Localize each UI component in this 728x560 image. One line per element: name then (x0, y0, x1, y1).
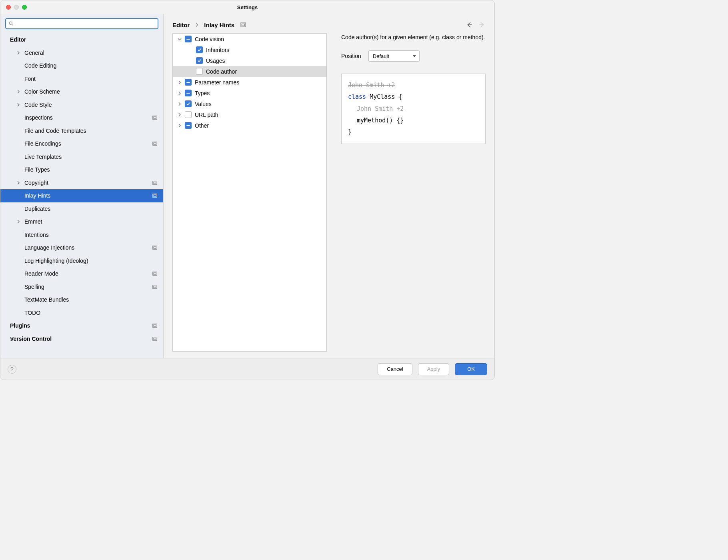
tree-item-code-vision[interactable]: Code vision (173, 34, 326, 44)
nav-item[interactable]: Intentions (0, 228, 163, 242)
project-scope-icon (152, 180, 158, 186)
chevron-right-icon (16, 51, 20, 55)
checkbox-checked[interactable] (185, 100, 192, 107)
back-button[interactable] (466, 21, 473, 28)
svg-rect-3 (154, 117, 156, 118)
code-preview: John Smith +2 class MyClass { John Smith… (341, 74, 486, 144)
chevron-right-icon (16, 181, 20, 185)
breadcrumb-inlay-hints: Inlay Hints (204, 22, 234, 28)
dialog-footer: ? Cancel Apply OK (0, 358, 494, 380)
cancel-button[interactable]: Cancel (378, 363, 412, 375)
chevron-right-icon (16, 103, 20, 107)
nav-item[interactable]: File and Code Templates (0, 124, 163, 138)
nav-item[interactable]: Code Style (0, 98, 163, 112)
tree-item-parameter-names[interactable]: Parameter names (173, 77, 326, 88)
chevron-right-icon[interactable] (178, 124, 182, 128)
nav-item[interactable]: Code Editing (0, 59, 163, 72)
settings-nav: Editor GeneralCode EditingFontColor Sche… (0, 33, 163, 358)
project-scope-icon (152, 115, 158, 120)
checkbox-unchecked[interactable] (185, 111, 192, 118)
svg-rect-16 (153, 324, 157, 328)
breadcrumb-editor[interactable]: Editor (172, 22, 190, 28)
svg-line-1 (12, 24, 13, 26)
chevron-right-icon[interactable] (178, 91, 182, 95)
svg-rect-7 (154, 182, 156, 184)
tree-item-types[interactable]: Types (173, 88, 326, 98)
nav-item[interactable]: TextMate Bundles (0, 293, 163, 306)
project-scope-icon (152, 193, 158, 198)
nav-item[interactable]: Live Templates (0, 150, 163, 164)
checkbox-checked[interactable] (196, 46, 203, 53)
forward-button (478, 21, 486, 28)
settings-sidebar: Editor GeneralCode EditingFontColor Sche… (0, 14, 164, 358)
checkbox-checked[interactable] (196, 57, 203, 64)
nav-section-editor[interactable]: Editor (0, 33, 163, 46)
ok-button[interactable]: OK (455, 363, 487, 375)
project-scope-icon (152, 141, 158, 146)
project-scope-icon (152, 284, 158, 290)
svg-rect-20 (241, 23, 246, 27)
nav-item[interactable]: Reader Mode (0, 267, 163, 280)
svg-rect-5 (154, 143, 156, 144)
svg-rect-19 (154, 338, 156, 340)
tree-item-inheritors[interactable]: Inheritors (173, 44, 326, 55)
search-input[interactable] (5, 18, 158, 29)
svg-rect-10 (153, 246, 157, 250)
nav-item[interactable]: Log Highlighting (Ideolog) (0, 254, 163, 268)
tree-item-usages[interactable]: Usages (173, 55, 326, 66)
nav-item[interactable]: General (0, 46, 163, 60)
checkbox-indeterminate[interactable] (185, 36, 192, 42)
chevron-right-icon (9, 337, 13, 341)
chevron-right-icon[interactable] (178, 113, 182, 117)
breadcrumb: Editor Inlay Hints (164, 14, 494, 33)
svg-rect-9 (154, 195, 156, 196)
nav-section-version-control[interactable]: Version Control (0, 332, 163, 346)
checkbox-indeterminate[interactable] (185, 79, 192, 86)
nav-item[interactable]: TODO (0, 306, 163, 320)
preview-author-hint: John Smith +2 (348, 80, 479, 91)
window-title: Settings (0, 4, 494, 10)
nav-section-plugins[interactable]: Plugins (0, 319, 163, 332)
checkbox-indeterminate[interactable] (185, 122, 192, 129)
project-scope-icon (152, 323, 158, 328)
nav-item[interactable]: Inspections (0, 111, 163, 124)
tree-item-values[interactable]: Values (173, 98, 326, 109)
nav-item[interactable]: Color Scheme (0, 85, 163, 98)
nav-item[interactable]: Duplicates (0, 202, 163, 216)
project-scope-icon (152, 336, 158, 342)
position-label: Position (341, 53, 361, 59)
position-select[interactable]: Default (368, 50, 420, 62)
svg-rect-13 (154, 273, 156, 274)
chevron-right-icon (195, 22, 198, 27)
nav-item[interactable]: Spelling (0, 280, 163, 294)
chevron-down-icon[interactable] (178, 37, 182, 41)
nav-item[interactable]: Language Injections (0, 241, 163, 254)
nav-item[interactable]: Copyright (0, 176, 163, 190)
nav-item[interactable]: File Types (0, 163, 163, 176)
nav-item[interactable]: File Encodings (0, 137, 163, 150)
tree-item-url-path[interactable]: URL path (173, 109, 326, 120)
chevron-right-icon[interactable] (178, 80, 182, 84)
preview-author-hint: John Smith +2 (348, 103, 479, 115)
svg-point-0 (9, 22, 12, 24)
chevron-right-icon[interactable] (178, 102, 182, 106)
tree-item-other[interactable]: Other (173, 120, 326, 131)
nav-item[interactable]: Emmet (0, 215, 163, 228)
nav-item[interactable]: Font (0, 72, 163, 86)
project-scope-icon (240, 22, 246, 28)
tree-item-code-author[interactable]: Code author (173, 66, 326, 77)
checkbox-indeterminate[interactable] (185, 90, 192, 96)
detail-pane: Code author(s) for a given element (e.g.… (341, 33, 486, 352)
inlay-hints-tree: Code vision Inheritors Usages Code autho… (172, 33, 327, 352)
svg-rect-14 (153, 285, 157, 288)
help-button[interactable]: ? (8, 365, 16, 374)
svg-rect-18 (153, 337, 157, 340)
svg-rect-11 (154, 247, 156, 248)
project-scope-icon (152, 245, 158, 250)
chevron-right-icon (16, 90, 20, 94)
checkbox-unchecked[interactable] (196, 68, 203, 75)
svg-rect-8 (153, 194, 157, 198)
hint-description: Code author(s) for a given element (e.g.… (341, 33, 486, 42)
svg-rect-15 (154, 286, 156, 288)
nav-item[interactable]: Inlay Hints (0, 189, 163, 202)
